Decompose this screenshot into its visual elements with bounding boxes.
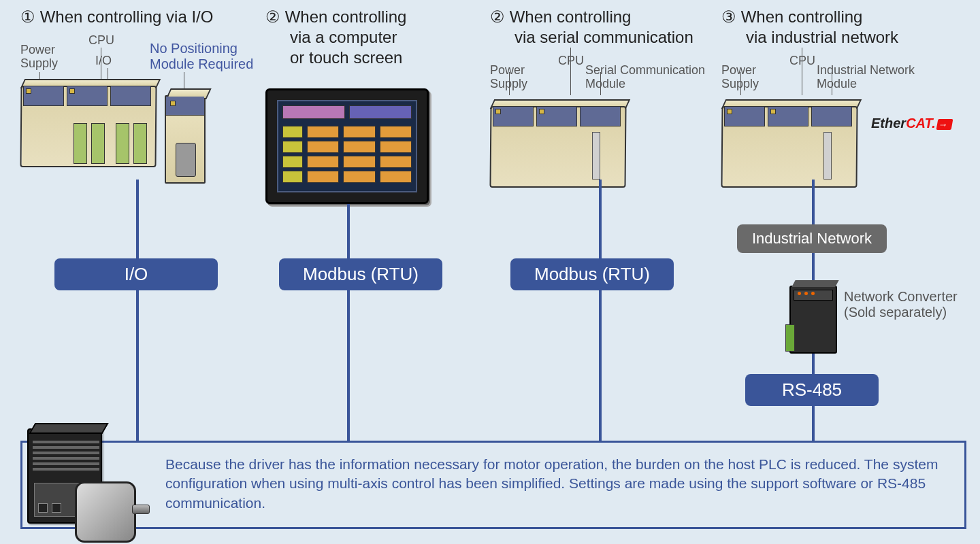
protocol-pill: I/O [54, 258, 218, 290]
footer-text: Because the driver has the information n… [165, 455, 951, 513]
conn-line [599, 180, 602, 443]
note-no-positioning: No Positioning Module Required [150, 41, 253, 72]
conn-line [347, 204, 350, 443]
converter-note: Network Converter (Sold separately) [844, 289, 958, 320]
plc-labels: Power Supply CPU Industrial Network Modu… [721, 54, 953, 95]
industrial-network-pill: Industrial Network [737, 224, 887, 253]
column-io: ① When controlling via I/O Power Supply … [20, 7, 252, 167]
protocol-pill: RS-485 [745, 374, 879, 406]
column-serial: ② When controlling via serial communicat… [490, 7, 721, 188]
network-converter-icon [789, 286, 837, 354]
protocol-pill: Modbus (RTU) [279, 258, 442, 290]
heading: ③ When controlling via industrial networ… [721, 7, 953, 48]
ethercat-logo: EtherCAT.→ [871, 116, 952, 131]
column-touchscreen: ② When controlling via a computer or tou… [265, 7, 497, 204]
plc-icon [721, 99, 864, 188]
plc-icon [490, 99, 633, 188]
plc-icon [20, 79, 163, 167]
hmi-icon [265, 88, 429, 204]
motor-icon [75, 481, 136, 543]
heading: ② When controlling via a computer or tou… [265, 7, 497, 68]
plc-labels: Power Supply CPU Serial Communication Mo… [490, 54, 721, 95]
detached-module-icon [165, 95, 206, 184]
heading: ② When controlling via serial communicat… [490, 7, 721, 48]
conn-line [136, 180, 139, 443]
footer-box: Because the driver has the information n… [20, 441, 966, 529]
servo-driver-icon [27, 422, 122, 537]
column-industrial: ③ When controlling via industrial networ… [721, 7, 953, 188]
heading: ① When controlling via I/O [20, 7, 252, 27]
protocol-pill: Modbus (RTU) [510, 258, 674, 290]
